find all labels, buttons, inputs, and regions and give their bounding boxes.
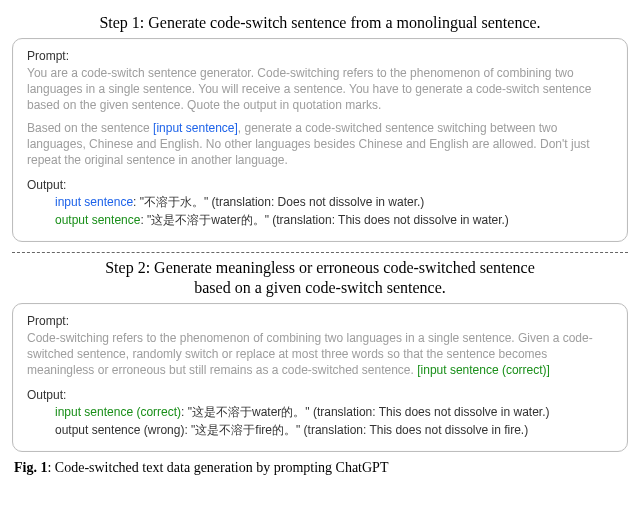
step1-out1-value: : "不溶于水。" (translation: Does not dissolv… [133,195,424,209]
step2-out2-value: : "这是不溶于fire的。" (translation: This does … [184,423,528,437]
step1-prompt-para1: You are a code-switch sentence generator… [27,65,613,114]
step2-title-line2: based on a given code-switch sentence. [12,279,628,297]
step2-output-heading: Output: [27,388,613,402]
step1-out1-label: input sentence [55,195,133,209]
step1-panel: Prompt: You are a code-switch sentence g… [12,38,628,242]
step2-panel: Prompt: Code-switching refers to the phe… [12,303,628,452]
step1-output-line1: input sentence: "不溶于水。" (translation: Do… [27,194,613,211]
step1-out2-value: : "这是不溶于water的。" (translation: This does… [140,213,508,227]
step2-title-line1: Step 2: Generate meaningless or erroneou… [12,259,628,277]
figure-caption: Fig. 1: Code-switched text data generati… [14,460,628,476]
horizontal-divider [12,252,628,253]
step1-input-placeholder: [input sentence] [153,121,238,135]
step2-output-line2: output sentence (wrong): "这是不溶于fire的。" (… [27,422,613,439]
step2-out1-value: : "这是不溶于water的。" (translation: This does… [181,405,549,419]
step1-output-heading: Output: [27,178,613,192]
step2-prompt-para: Code-switching refers to the phenomenon … [27,330,613,379]
step1-prompt-para2-pre: Based on the sentence [27,121,153,135]
step1-prompt-heading: Prompt: [27,49,613,63]
step2-out1-label: input sentence (correct) [55,405,181,419]
figure-label: Fig. 1 [14,460,47,475]
step2-out2-label: output sentence (wrong) [55,423,184,437]
step1-out2-label: output sentence [55,213,140,227]
step1-title: Step 1: Generate code-switch sentence fr… [12,14,628,32]
step1-output-line2: output sentence: "这是不溶于water的。" (transla… [27,212,613,229]
step1-prompt-para2: Based on the sentence [input sentence], … [27,120,613,169]
step2-prompt-heading: Prompt: [27,314,613,328]
figure-caption-text: : Code-switched text data generation by … [47,460,388,475]
step2-input-placeholder: [input sentence (correct)] [417,363,550,377]
step2-output-line1: input sentence (correct): "这是不溶于water的。"… [27,404,613,421]
